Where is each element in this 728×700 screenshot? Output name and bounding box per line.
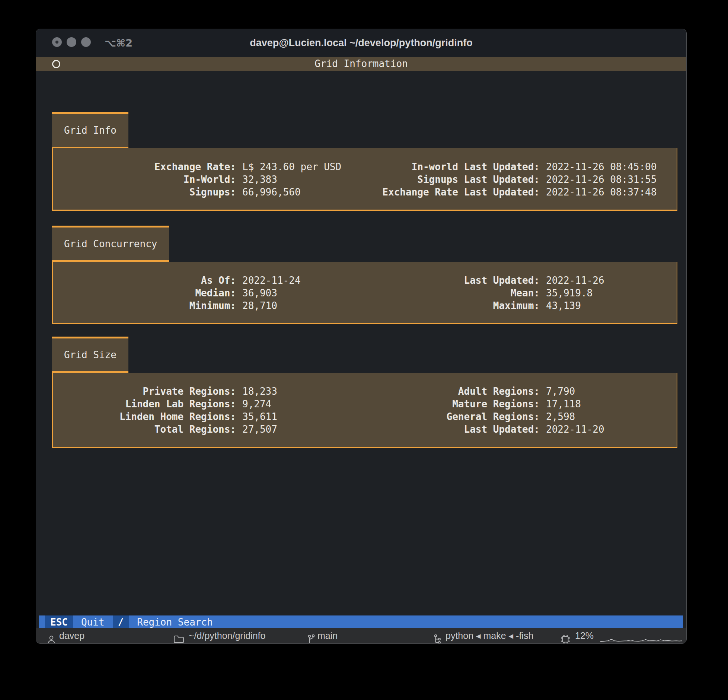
status-cpu-percent: 12% — [575, 628, 594, 643]
grid-size-left-column: Private Regions:18,233Linden Lab Regions… — [53, 385, 277, 436]
row-value: 27,507 — [242, 423, 277, 436]
data-row: Linden Home Regions:35,611 — [53, 410, 277, 423]
titlebar: ⌥⌘2 davep@Lucien.local ~/develop/python/… — [36, 29, 686, 57]
row-label: Linden Home Regions: — [53, 410, 236, 423]
tui-app: Grid Information Grid Info Exchange Rate… — [36, 57, 686, 643]
row-value: 35,611 — [242, 410, 277, 423]
footer-key[interactable]: / — [113, 615, 129, 629]
row-label: Last Updated: — [365, 274, 540, 287]
row-label: Maximum: — [365, 299, 540, 312]
grid-info-left-column: Exchange Rate:L$ 243.60 per USDIn-World:… — [53, 160, 341, 198]
row-label: Mean: — [365, 287, 540, 299]
grid-size-panel: Private Regions:18,233Linden Lab Regions… — [52, 373, 677, 448]
data-row: Total Regions:27,507 — [53, 423, 277, 436]
data-row: In-World:32,383 — [53, 173, 341, 186]
terminal-window: ⌥⌘2 davep@Lucien.local ~/develop/python/… — [36, 29, 687, 644]
tab-grid-size[interactable]: Grid Size — [52, 337, 128, 373]
row-value: 35,919.8 — [546, 287, 593, 299]
row-label: In-World: — [53, 173, 236, 186]
data-row: Maximum:43,139 — [365, 299, 604, 312]
row-value: 17,118 — [546, 398, 581, 410]
row-label: Mature Regions: — [365, 398, 540, 410]
row-value: 2022-11-26 08:37:48 — [546, 186, 657, 198]
row-label: Signups: — [53, 186, 236, 198]
row-value: 28,710 — [242, 299, 277, 312]
footer-key[interactable]: ESC — [45, 615, 73, 629]
row-value: 43,139 — [546, 299, 581, 312]
row-value: 2,598 — [546, 410, 575, 423]
data-row: Median:36,903 — [53, 287, 301, 299]
data-row: Linden Lab Regions:9,274 — [53, 398, 277, 410]
data-row: Mean:35,919.8 — [365, 287, 604, 299]
data-row: Signups:66,996,560 — [53, 186, 341, 198]
data-row: In-world Last Updated:2022-11-26 08:45:0… — [365, 160, 657, 173]
data-row: Last Updated:2022-11-26 — [365, 274, 604, 287]
row-label: In-world Last Updated: — [365, 160, 540, 173]
status-user: davep — [59, 628, 84, 643]
row-label: Linden Lab Regions: — [53, 398, 236, 410]
data-row: Minimum:28,710 — [53, 299, 301, 312]
row-label: Minimum: — [53, 299, 236, 312]
row-value: 18,233 — [242, 385, 277, 398]
row-label: Exchange Rate Last Updated: — [365, 186, 540, 198]
data-row: Signups Last Updated:2022-11-26 08:31:55 — [365, 173, 657, 186]
row-value: 32,383 — [242, 173, 277, 186]
row-value: 2022-11-26 08:31:55 — [546, 173, 657, 186]
footer-keybar: ESCQuit/Region Search — [39, 615, 683, 629]
row-label: Median: — [53, 287, 236, 299]
data-row: Mature Regions:17,118 — [365, 398, 604, 410]
grid-size-right-column: Adult Regions:7,790Mature Regions:17,118… — [365, 385, 604, 436]
grid-concurrency-right-column: Last Updated:2022-11-26Mean:35,919.8Maxi… — [365, 274, 604, 312]
footer-action[interactable]: Quit — [73, 615, 113, 629]
row-label: General Regions: — [365, 410, 540, 423]
tab-grid-concurrency[interactable]: Grid Concurrency — [52, 226, 169, 262]
data-row: Last Updated:2022-11-20 — [365, 423, 604, 436]
row-value: 9,274 — [242, 398, 271, 410]
row-label: As Of: — [53, 274, 236, 287]
footer-action[interactable]: Region Search — [129, 615, 221, 629]
row-label: Exchange Rate: — [53, 160, 236, 173]
cpu-sparkline — [600, 634, 682, 644]
row-label: Last Updated: — [365, 423, 540, 436]
grid-info-right-column: In-world Last Updated:2022-11-26 08:45:0… — [365, 160, 657, 198]
data-row: Exchange Rate:L$ 243.60 per USD — [53, 160, 341, 173]
grid-concurrency-panel: As Of:2022-11-24Median:36,903Minimum:28,… — [52, 262, 677, 324]
row-value: 2022-11-24 — [242, 274, 301, 287]
row-value: L$ 243.60 per USD — [242, 160, 341, 173]
status-process-chain: python ◂ make ◂ -fish — [446, 628, 533, 643]
row-value: 2022-11-26 — [546, 274, 604, 287]
window-title: davep@Lucien.local ~/develop/python/grid… — [36, 29, 686, 57]
app-title: Grid Information — [36, 57, 686, 71]
row-label: Signups Last Updated: — [365, 173, 540, 186]
grid-concurrency-left-column: As Of:2022-11-24Median:36,903Minimum:28,… — [53, 274, 301, 312]
data-row: Adult Regions:7,790 — [365, 385, 604, 398]
grid-info-panel: Exchange Rate:L$ 243.60 per USDIn-World:… — [52, 148, 677, 211]
app-header: Grid Information — [36, 57, 686, 71]
row-value: 36,903 — [242, 287, 277, 299]
row-value: 7,790 — [546, 385, 575, 398]
row-value: 2022-11-26 08:45:00 — [546, 160, 657, 173]
status-branch: main — [317, 628, 338, 643]
data-row: Private Regions:18,233 — [53, 385, 277, 398]
screen: ⌥⌘2 davep@Lucien.local ~/develop/python/… — [0, 0, 728, 700]
data-row: Exchange Rate Last Updated:2022-11-26 08… — [365, 186, 657, 198]
status-directory: ~/d/python/gridinfo — [189, 628, 265, 643]
data-row: As Of:2022-11-24 — [53, 274, 301, 287]
tab-grid-info[interactable]: Grid Info — [52, 112, 128, 148]
status-bar: davep ~/d/python/gridinfo main python ◂ … — [36, 628, 686, 643]
row-value: 2022-11-20 — [546, 423, 604, 436]
row-value: 66,996,560 — [242, 186, 301, 198]
row-label: Total Regions: — [53, 423, 236, 436]
row-label: Adult Regions: — [365, 385, 540, 398]
data-row: General Regions:2,598 — [365, 410, 604, 423]
row-label: Private Regions: — [53, 385, 236, 398]
